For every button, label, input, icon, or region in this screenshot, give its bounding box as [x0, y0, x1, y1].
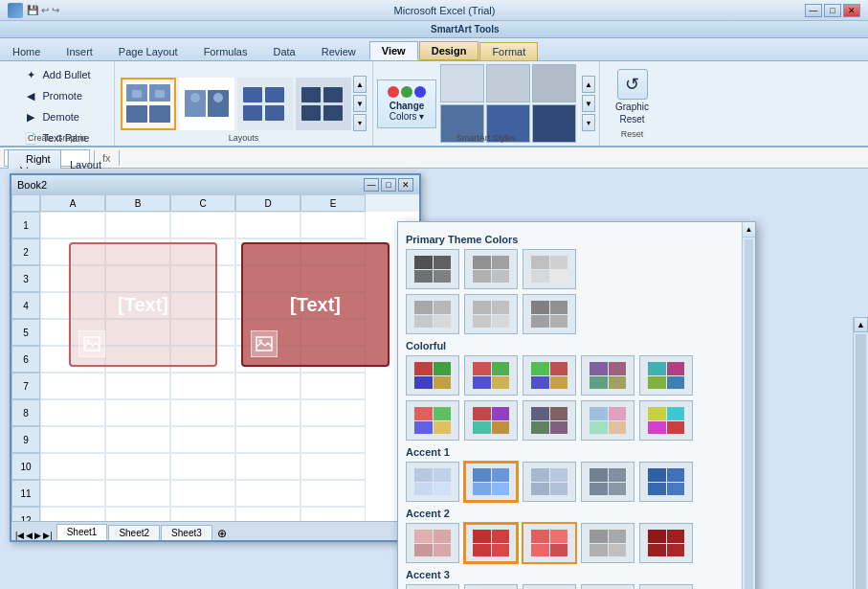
primary-swatch-5[interactable]	[464, 294, 518, 334]
colorful-swatch-4[interactable]	[581, 355, 634, 396]
style-thumb-2[interactable]	[486, 64, 530, 102]
sheet-tab-1[interactable]: Sheet1	[56, 524, 108, 540]
grid-cell[interactable]	[235, 480, 300, 507]
grid-cell[interactable]	[170, 507, 235, 521]
accent2-swatch-3[interactable]	[523, 523, 576, 563]
workbook-close[interactable]: ✕	[398, 178, 413, 192]
grid-cell[interactable]	[170, 480, 235, 507]
accent3-swatch-4[interactable]	[581, 584, 634, 589]
colorful-swatch-9[interactable]	[581, 400, 634, 441]
grid-cell[interactable]	[300, 453, 366, 480]
grid-cell[interactable]	[170, 426, 235, 453]
primary-swatch-1[interactable]	[406, 249, 459, 289]
grid-cell[interactable]	[170, 373, 235, 399]
smartart-box-left[interactable]: [Text]	[69, 242, 217, 367]
reset-graphic-button[interactable]: ↺ Graphic Reset	[608, 65, 657, 128]
colorful-swatch-8[interactable]	[523, 400, 576, 441]
tab-view[interactable]: View	[369, 41, 418, 60]
sheet-tab-3[interactable]: Sheet3	[161, 525, 212, 540]
maximize-button[interactable]: □	[824, 4, 841, 17]
cp-scroll-up-btn[interactable]: ▲	[743, 222, 755, 238]
close-button[interactable]: ✕	[843, 4, 860, 17]
primary-swatch-3[interactable]	[523, 249, 576, 289]
grid-cell[interactable]	[40, 426, 105, 453]
layout-scroll-down[interactable]: ▼	[353, 95, 367, 112]
grid-cell[interactable]	[105, 373, 170, 399]
grid-cell[interactable]	[235, 399, 300, 426]
styles-scroll-more[interactable]: ▾	[582, 114, 595, 131]
layout-thumb-1[interactable]	[121, 78, 176, 130]
col-header-e[interactable]: E	[300, 194, 366, 212]
primary-swatch-4[interactable]	[406, 294, 459, 334]
sheet-nav-next[interactable]: ▶	[34, 531, 41, 540]
grid-cell[interactable]	[235, 212, 300, 238]
style-thumb-3[interactable]	[532, 64, 576, 102]
grid-cell[interactable]	[105, 399, 170, 426]
grid-cell[interactable]	[40, 373, 105, 399]
grid-cell[interactable]	[40, 453, 105, 480]
grid-cell[interactable]	[235, 373, 300, 399]
grid-cell[interactable]	[40, 507, 105, 521]
smartart-box-right[interactable]: [Text]	[241, 242, 389, 367]
accent2-swatch-1[interactable]	[406, 523, 459, 563]
colorful-swatch-7[interactable]	[464, 400, 518, 441]
outer-scroll-up[interactable]: ▲	[854, 317, 868, 332]
grid-cell[interactable]	[235, 426, 300, 453]
tab-design[interactable]: Design	[419, 41, 479, 60]
accent1-swatch-2[interactable]	[464, 462, 518, 502]
col-header-b[interactable]: B	[105, 194, 170, 212]
minimize-button[interactable]: —	[805, 4, 822, 17]
colorful-swatch-3[interactable]	[523, 355, 576, 396]
tab-formulas[interactable]: Formulas	[191, 42, 260, 60]
add-bullet-button[interactable]: ✦ Add Bullet	[18, 65, 95, 84]
colorful-swatch-5[interactable]	[639, 355, 693, 396]
grid-cell[interactable]	[235, 453, 300, 480]
accent1-swatch-4[interactable]	[581, 462, 634, 502]
add-sheet-button[interactable]: ⊕	[217, 527, 227, 540]
sheet-tab-2[interactable]: Sheet2	[108, 525, 160, 540]
colorful-swatch-10[interactable]	[639, 400, 693, 441]
colorful-swatch-2[interactable]	[464, 355, 518, 396]
grid-cell[interactable]	[170, 399, 235, 426]
grid-cell[interactable]	[300, 480, 366, 507]
grid-cell[interactable]	[300, 212, 366, 238]
accent3-swatch-2[interactable]	[464, 584, 518, 589]
layout-thumb-2[interactable]	[179, 78, 234, 130]
change-colors-button[interactable]: Change Colors ▾	[377, 79, 436, 128]
tab-format[interactable]: Format	[479, 42, 538, 60]
workbook-restore[interactable]: □	[381, 178, 396, 192]
grid-cell[interactable]	[300, 507, 366, 521]
colorful-swatch-1[interactable]	[406, 355, 459, 396]
col-header-d[interactable]: D	[235, 194, 300, 212]
primary-swatch-6[interactable]	[523, 294, 576, 334]
accent1-swatch-3[interactable]	[523, 462, 576, 502]
accent2-swatch-2[interactable]	[464, 523, 518, 563]
grid-cell[interactable]	[105, 426, 170, 453]
promote-button[interactable]: ◀ Promote	[18, 86, 95, 105]
grid-cell[interactable]	[105, 480, 170, 507]
demote-button[interactable]: ▶ Demote	[18, 107, 95, 126]
grid-cell[interactable]	[170, 453, 235, 480]
grid-cell[interactable]	[105, 507, 170, 521]
sheet-nav-first[interactable]: |◀	[15, 531, 24, 540]
grid-cell[interactable]	[300, 426, 366, 453]
sheet-nav-last[interactable]: ▶|	[43, 531, 52, 540]
grid-cell[interactable]	[105, 453, 170, 480]
accent3-swatch-1[interactable]	[406, 584, 459, 589]
accent3-swatch-3[interactable]	[523, 584, 576, 589]
tab-home[interactable]: Home	[0, 42, 53, 60]
grid-cell[interactable]	[170, 212, 235, 238]
col-header-a[interactable]: A	[40, 194, 105, 212]
styles-scroll-up[interactable]: ▲	[582, 76, 595, 93]
grid-cell[interactable]	[105, 212, 170, 238]
workbook-minimize[interactable]: —	[364, 178, 379, 192]
sheet-nav-prev[interactable]: ◀	[26, 531, 33, 540]
layout-scroll-more[interactable]: ▾	[353, 114, 367, 131]
layout-thumb-4[interactable]	[296, 78, 351, 130]
smartart-diagram[interactable]: [Text] [Text]	[59, 242, 404, 376]
grid-cell[interactable]	[40, 399, 105, 426]
colorful-swatch-6[interactable]	[406, 400, 459, 441]
grid-cell[interactable]	[40, 480, 105, 507]
cp-scroll-thumb[interactable]	[745, 239, 753, 589]
accent3-swatch-5[interactable]	[639, 584, 693, 589]
